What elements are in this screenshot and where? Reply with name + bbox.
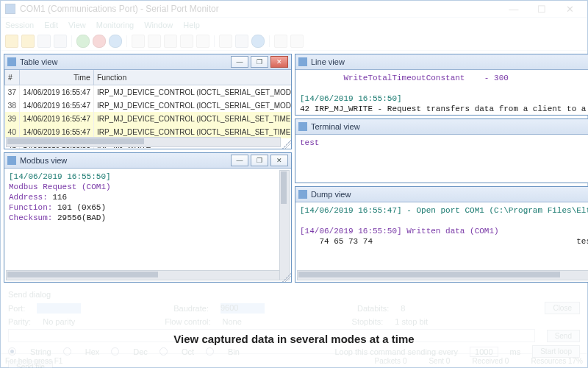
parity-label: Parity: bbox=[8, 317, 31, 326]
status-packets: Packets 0 bbox=[375, 357, 407, 365]
menu-monitoring[interactable]: Monitoring bbox=[96, 21, 134, 29]
terminal-output: test bbox=[295, 135, 588, 151]
resize-grip[interactable] bbox=[282, 140, 291, 149]
minimize-button[interactable]: — bbox=[501, 1, 527, 16]
status-sent: Sent 0 bbox=[429, 357, 450, 365]
status-received: Received 0 bbox=[472, 357, 509, 365]
tool-icon[interactable] bbox=[148, 35, 161, 48]
hscrollbar[interactable] bbox=[297, 270, 588, 280]
vscrollbar[interactable] bbox=[279, 170, 290, 280]
play-icon[interactable] bbox=[76, 35, 90, 48]
line-title: Line view bbox=[311, 57, 588, 66]
panel-icon bbox=[298, 190, 307, 199]
menu-edit[interactable]: Edit bbox=[44, 21, 58, 29]
tool-icon[interactable] bbox=[251, 35, 265, 48]
pause-icon[interactable] bbox=[109, 35, 122, 48]
tool-icon[interactable] bbox=[132, 35, 145, 48]
tool-icon[interactable] bbox=[219, 35, 232, 48]
hscrollbar[interactable] bbox=[6, 270, 281, 280]
tool-icon[interactable] bbox=[54, 35, 67, 48]
baud-label: Baudrate: bbox=[173, 304, 209, 313]
terminal-title: Terminal view bbox=[311, 122, 588, 131]
toolbar bbox=[1, 32, 587, 51]
menu-view[interactable]: View bbox=[68, 21, 86, 29]
menubar: Session Edit View Monitoring Window Help bbox=[1, 18, 587, 32]
titlebar: COM1 (Communications Port) - Serial Port… bbox=[1, 1, 587, 18]
hscrollbar[interactable] bbox=[6, 137, 281, 147]
loop-label: Loop this command sending every bbox=[334, 347, 458, 356]
panel-restore-button[interactable]: ❐ bbox=[251, 56, 268, 68]
status-resources: Resources 17% bbox=[531, 357, 583, 365]
table-row[interactable]: 3714/06/2019 16:55:47IRP_MJ_DEVICE_CONTR… bbox=[5, 85, 292, 99]
panel-icon bbox=[7, 156, 16, 165]
menu-window[interactable]: Window bbox=[144, 21, 173, 29]
col-function[interactable]: Function bbox=[93, 70, 291, 85]
menu-help[interactable]: Help bbox=[183, 21, 200, 29]
panel-minimize-button[interactable]: — bbox=[231, 56, 248, 68]
loop-field[interactable]: 1000 bbox=[470, 347, 498, 357]
stop-label: Stopbits: bbox=[352, 317, 384, 326]
radio-string[interactable] bbox=[8, 347, 16, 355]
modbus-title: Modbus view bbox=[20, 156, 229, 165]
port-label: Port: bbox=[8, 304, 25, 313]
flow-field[interactable]: None bbox=[223, 317, 267, 326]
panel-icon bbox=[298, 122, 307, 131]
start-loop-btn[interactable]: Start loop bbox=[532, 345, 580, 358]
menu-session[interactable]: Session bbox=[5, 21, 34, 29]
radio-hex[interactable] bbox=[63, 347, 71, 355]
table-icon bbox=[7, 57, 16, 66]
maximize-button[interactable]: ☐ bbox=[528, 1, 555, 16]
modbus-view-panel: Modbus view — ❐ ✕ [14/06/2019 16:55:50] … bbox=[4, 152, 292, 283]
panel-close-button[interactable]: ✕ bbox=[270, 155, 288, 166]
close-button[interactable]: ✕ bbox=[556, 1, 583, 16]
table-row[interactable]: 3914/06/2019 16:55:47IRP_MJ_DEVICE_CONTR… bbox=[5, 112, 292, 125]
dump-title: Dump view bbox=[311, 190, 588, 199]
dump-output: [14/06/2019 16:55:47] - Open port COM1 (… bbox=[295, 202, 588, 250]
tool-icon[interactable] bbox=[290, 35, 304, 48]
col-num[interactable]: # bbox=[5, 70, 20, 85]
flow-label: Flow control: bbox=[165, 317, 210, 326]
panel-icon bbox=[298, 57, 307, 66]
overlay-caption: View captured data in several modes at a… bbox=[1, 333, 587, 345]
panel-minimize-button[interactable]: — bbox=[231, 155, 248, 166]
workspace: Table view — ❐ ✕ # Time Function Direct.… bbox=[1, 51, 587, 286]
radio-bin[interactable] bbox=[206, 347, 214, 355]
col-time[interactable]: Time bbox=[20, 70, 94, 85]
tool-icon[interactable] bbox=[235, 35, 248, 48]
terminal-view-panel: Terminal view — ❐ ✕ test bbox=[295, 118, 588, 183]
tool-icon[interactable] bbox=[21, 35, 35, 48]
tool-icon[interactable] bbox=[164, 35, 177, 48]
app-icon bbox=[5, 4, 15, 14]
tool-icon[interactable] bbox=[5, 35, 18, 48]
panel-close-button[interactable]: ✕ bbox=[270, 56, 288, 68]
line-view-panel: Line view — ❐ ✕ WriteTotalTimeoutConstan… bbox=[295, 54, 588, 116]
resize-grip[interactable] bbox=[282, 273, 291, 282]
dump-view-panel: Dump view — ❐ ✕ [14/06/2019 16:55:47] - … bbox=[295, 186, 588, 283]
tool-icon[interactable] bbox=[37, 35, 51, 48]
line-output: WriteTotalTimeoutConstant - 300 [14/06/2… bbox=[295, 70, 588, 115]
table-row[interactable]: 3814/06/2019 16:55:47IRP_MJ_DEVICE_CONTR… bbox=[5, 99, 292, 112]
parity-field[interactable]: No parity bbox=[43, 317, 87, 326]
window-title: COM1 (Communications Port) - Serial Port… bbox=[20, 4, 501, 14]
tool-icon[interactable] bbox=[196, 35, 209, 48]
tool-icon[interactable] bbox=[274, 35, 287, 48]
close-btn[interactable]: Close bbox=[545, 302, 580, 314]
port-field[interactable] bbox=[37, 303, 81, 314]
stop-field[interactable]: 1 stop bit bbox=[395, 317, 439, 326]
status-help: For help press F1 bbox=[5, 357, 62, 365]
stop-icon[interactable] bbox=[93, 35, 106, 48]
table-view-title: Table view bbox=[20, 57, 229, 66]
baud-field[interactable]: 9600 bbox=[220, 303, 265, 314]
radio-oct[interactable] bbox=[159, 347, 168, 355]
panel-restore-button[interactable]: ❐ bbox=[251, 155, 268, 166]
modbus-output: [14/06/2019 16:55:50] Modbus Request (CO… bbox=[4, 169, 291, 226]
databits-label: Databits: bbox=[357, 304, 389, 313]
tool-icon[interactable] bbox=[180, 35, 193, 48]
table-view-panel: Table view — ❐ ✕ # Time Function Direct.… bbox=[4, 54, 292, 149]
databits-field[interactable]: 8 bbox=[401, 304, 445, 313]
